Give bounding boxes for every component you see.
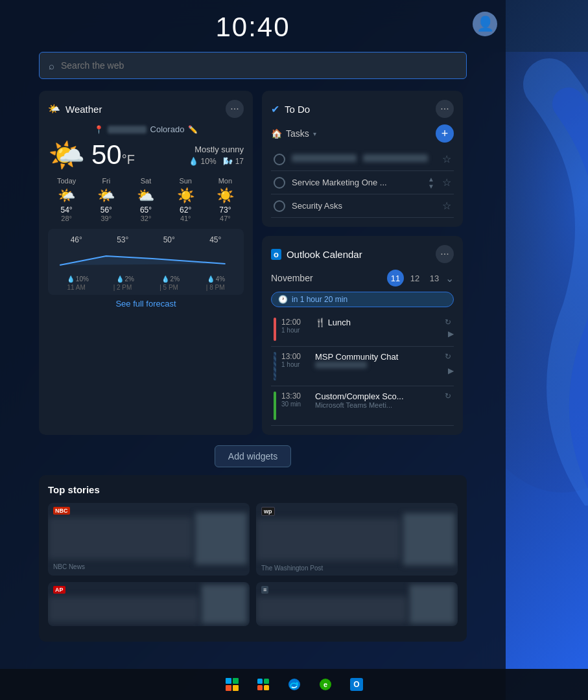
story-nbc[interactable]: NBC NBC News [48,503,250,576]
hourly-precip: 💧10% 💧2% 💧2% 💧4% [53,275,239,283]
add-task-button[interactable]: + [436,124,454,143]
event-info-msp: MSP Community Chat [315,352,440,369]
calendar-day-11[interactable]: 11 [387,270,404,286]
todo-checkbox-1[interactable] [274,154,285,165]
outlook-button[interactable]: O [345,673,368,696]
tasks-label[interactable]: 🏠 Tasks ▾ [271,128,316,139]
weather-description: Mostly sunny 💧10% 🌬️17 [189,145,244,166]
top-stories-title: Top stories [48,484,458,495]
edge-icon [288,678,301,691]
forecast-fri: Fri 🌤️ 56° 39° [88,177,124,222]
nbc-thumb [195,513,247,565]
todo-text-1 [292,154,436,164]
search-icon: ⌕ [49,60,54,71]
msp-url-blur [315,362,367,368]
todo-item-2: Service Marketing One ... ☆ ▲ ▼ [271,171,454,194]
repeat-icon-msp[interactable]: ↻ [445,352,451,361]
chevron-down-icon: ▾ [313,130,316,137]
event-info-lunch: 🍴 Lunch [315,318,440,327]
other-image [256,596,407,622]
repeat-icon-custom[interactable]: ↻ [445,391,451,401]
hourly-temps: 46° 53° 50° 45° [53,235,239,244]
todo-checkbox-2[interactable] [274,177,285,189]
search-bar[interactable]: ⌕ [39,52,467,79]
top-stories-section: Top stories NBC NBC News [39,475,467,642]
todo-checkbox-3[interactable] [274,200,285,212]
scroll-right-lunch: ▶ [448,329,454,338]
svg-text:O: O [353,680,359,689]
event-bar-lunch [274,318,276,341]
calendar-title: o Outlook Calendar [271,249,362,260]
todo-more-button[interactable]: ··· [436,100,454,118]
weather-main: 🌤️ 50°F Mostly sunny 💧10% 🌬️17 [48,139,244,170]
todo-star-3[interactable]: ☆ [442,200,451,212]
scroll-right-msp: ▶ [448,366,454,375]
taskbar: e O [0,669,588,700]
event-time-msp: 13:00 1 hour [281,352,310,368]
hourly-chart: 46° 53° 50° 45° 💧10% 💧2% 💧2% 💧4% 11 AM [48,229,244,295]
home-icon: 🏠 [271,128,282,139]
event-bar-msp [274,352,276,380]
todo-star-1[interactable]: ☆ [442,153,451,165]
chart-line [53,247,239,270]
forecast-sat: Sat ⛅ 65° 32° [127,177,164,222]
edge-alt-button[interactable]: e [314,673,337,696]
start-button[interactable] [220,673,244,696]
event-bar-custom [274,391,276,420]
calendar-day-13[interactable]: 13 [426,270,443,286]
weather-emoji: 🌤️ [48,140,85,170]
wapo-thumb [403,513,455,565]
calendar-timer-badge: 🕐 in 1 hour 20 min [271,292,454,307]
ap-image [48,596,199,622]
story-other[interactable]: ≡ [256,582,458,626]
story-wapo[interactable]: wp The Washington Post [256,503,458,576]
calendar-expand-icon[interactable]: ⌄ [445,272,454,285]
location-blur [108,126,147,134]
nbc-icon: NBC [53,507,70,515]
forecast-row: Today 🌤️ 54° 28° Fri 🌤️ 56° 39° Sat ⛅ 65… [48,177,244,222]
ap-thumb [202,585,247,624]
edge-button[interactable] [283,673,306,696]
user-avatar[interactable]: 👤 [473,12,497,36]
todo-text-2: Service Marketing One ... [292,178,436,187]
temperature-display: 50°F [91,139,135,170]
forecast-mon: Mon ☀️ 73° 47° [207,177,244,222]
nbc-image [48,517,193,559]
repeat-icon-lunch[interactable]: ↻ [445,318,451,327]
stories-row-1: NBC NBC News wp The Washi [48,503,458,576]
wapo-image [256,519,401,561]
story-ap[interactable]: AP [48,582,250,626]
lunch-icon: 🍴 [315,318,328,327]
svg-text:e: e [323,681,327,688]
todo-title: ✔ To Do [271,103,310,115]
add-widgets-button[interactable]: Add widgets [215,445,291,467]
widgets-panel: 10:40 ⌕ 🌤️ Weather ··· 📍 Colorado ✏️ [0,0,506,700]
wapo-icon: wp [261,507,275,516]
nbc-source-name: NBC News [48,559,193,574]
calendar-event-custom: 13:30 30 min Custom/Complex Sco... Micro… [271,386,454,426]
calendar-days-nav: 11 12 13 ⌄ [387,270,454,286]
weather-title: 🌤️ Weather [48,103,102,115]
search-input[interactable] [61,60,457,71]
weather-location: 📍 Colorado ✏️ [48,124,244,134]
widgets-grid: 🌤️ Weather ··· 📍 Colorado ✏️ 🌤️ 50°F [39,91,467,435]
todo-star-2[interactable]: ☆ [442,176,451,189]
edge-alt-icon: e [319,678,332,691]
ap-icon: AP [53,586,65,594]
outlook-icon: O [350,678,363,691]
edit-location-icon[interactable]: ✏️ [188,125,198,134]
weather-widget: 🌤️ Weather ··· 📍 Colorado ✏️ 🌤️ 50°F [39,91,253,435]
wapo-source-name: The Washington Post [256,561,401,576]
calendar-month-row: November 11 12 13 ⌄ [271,270,454,286]
calendar-more-button[interactable]: ··· [436,245,454,263]
event-time-custom: 13:30 30 min [281,391,310,408]
todo-header: ✔ To Do ··· [271,100,454,118]
calendar-widget: o Outlook Calendar ··· November 11 12 13… [262,236,463,435]
svg-rect-4 [264,685,269,690]
weather-more-button[interactable]: ··· [226,100,244,118]
widgets-taskbar-button[interactable] [252,673,275,696]
see-forecast-link[interactable]: See full forecast [48,299,244,309]
calendar-day-12[interactable]: 12 [406,270,423,286]
event-time-lunch: 12:00 1 hour [281,318,310,334]
todo-text-blur-1 [292,154,357,162]
